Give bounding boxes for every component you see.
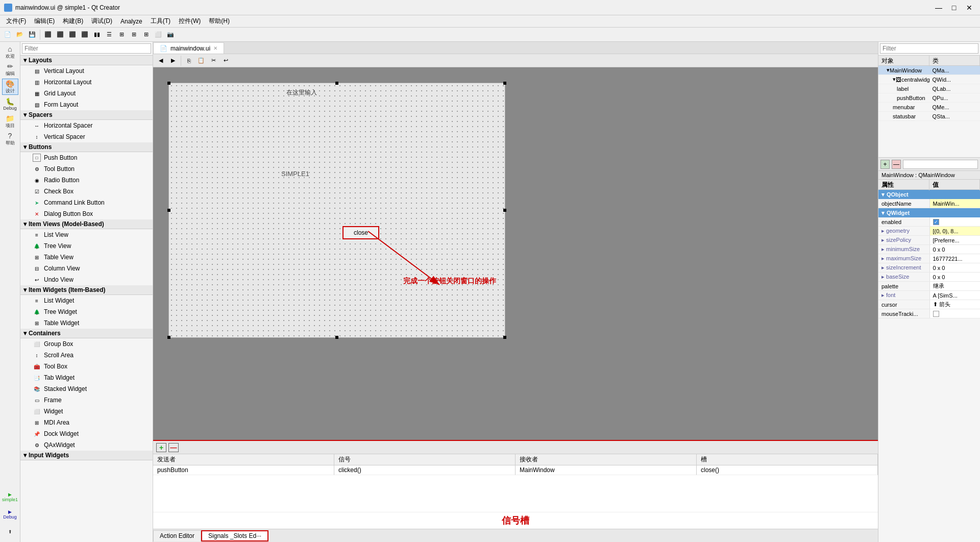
prop-value[interactable]: 继承	[929, 282, 981, 290]
minimize-button[interactable]: —	[932, 2, 945, 13]
widget-qax-widget[interactable]: ⚙ QAxWidget	[20, 439, 153, 451]
prop-value[interactable]: 0 x 0	[929, 245, 981, 254]
widget-vertical-spacer[interactable]: ↕ Vertical Spacer	[20, 131, 153, 142]
mode-welcome[interactable]: ⌂ 欢迎	[2, 44, 18, 60]
category-buttons[interactable]: ▾ Buttons	[20, 142, 153, 152]
toolbar-open[interactable]: 📂	[14, 29, 26, 40]
prop-sizeincrement[interactable]: ▸ sizeIncrement 0 x 0	[878, 263, 980, 273]
widget-tab-widget[interactable]: 📑 Tab Widget	[20, 372, 153, 383]
mode-help[interactable]: ? 帮助	[2, 131, 18, 147]
prop-value[interactable]: 0 x 0	[929, 263, 981, 272]
widget-mdi-area[interactable]: ⊞ MDI Area	[20, 417, 153, 428]
category-layouts[interactable]: ▾ Layouts	[20, 56, 153, 65]
menubar-item-w[interactable]: 控件(W)	[175, 16, 205, 27]
prop-value[interactable]: MainWin...	[929, 199, 981, 208]
signal-remove-button[interactable]: —	[168, 443, 179, 452]
widget-grid-layout[interactable]: ▦ Grid Layout	[20, 88, 153, 99]
widget-check-box[interactable]: ☑ Check Box	[20, 186, 153, 197]
mode-debug-run[interactable]: ▶ Debug	[2, 506, 18, 523]
canvas-nav-fwd[interactable]: ▶	[167, 55, 179, 66]
signal-table-row[interactable]: pushButton clicked() MainWindow close()	[153, 465, 878, 475]
widget-filter-input[interactable]	[22, 43, 151, 54]
signals-slots-tab[interactable]: Signals _Slots Ed···	[201, 530, 268, 541]
widget-list-view[interactable]: ≡ List View	[20, 229, 153, 240]
canvas-copy-btn[interactable]: ⎘	[183, 55, 194, 66]
prop-palette[interactable]: palette 继承	[878, 282, 980, 291]
category-containers[interactable]: ▾ Containers	[20, 329, 153, 338]
form-close-button[interactable]: close	[342, 226, 379, 239]
file-tab-mainwindow[interactable]: 📄 mainwindow.ui ✕	[153, 42, 224, 54]
obj-row-statusbar[interactable]: statusbar QSta...	[878, 112, 980, 121]
widget-undo-view[interactable]: ↩ Undo View	[20, 274, 153, 285]
titlebar-controls[interactable]: — □ ✕	[932, 2, 976, 13]
prop-objectname[interactable]: objectName MainWin...	[878, 199, 980, 208]
maximize-button[interactable]: □	[947, 2, 961, 13]
prop-sizepolicy[interactable]: ▸ sizePolicy [Preferre...	[878, 236, 980, 245]
mode-edit[interactable]: ✏ 编辑	[2, 61, 18, 78]
prop-value[interactable]: ⬆ 箭头	[929, 300, 981, 309]
widget-group-box[interactable]: ⬜ Group Box	[20, 338, 153, 350]
toolbar-btn-11[interactable]: 📷	[165, 29, 176, 40]
obj-row-mainwindow[interactable]: ▾ MainWindow QMa...	[878, 66, 980, 75]
widget-table-widget[interactable]: ⊞ Table Widget	[20, 317, 153, 329]
widget-command-link[interactable]: ➤ Command Link Button	[20, 197, 153, 208]
obj-row-centralwidget[interactable]: ▾ 🖼 centralwidget QWid...	[878, 75, 980, 84]
prop-value[interactable]	[929, 309, 981, 318]
widget-dock-widget[interactable]: 📌 Dock Widget	[20, 428, 153, 439]
obj-row-pushbutton[interactable]: pushButton QPu...	[878, 93, 980, 103]
menubar-item-d[interactable]: 调试(D)	[87, 16, 116, 27]
right-filter-input[interactable]	[880, 43, 978, 54]
close-window-button[interactable]: ✕	[963, 2, 976, 13]
mode-run[interactable]: ▶ simple1	[2, 489, 18, 505]
menubar-item-e[interactable]: 编辑(E)	[30, 16, 59, 27]
toolbar-new[interactable]: 📄	[2, 29, 13, 40]
prop-value[interactable]: 0 x 0	[929, 273, 981, 281]
widget-horizontal-layout[interactable]: ▥ Horizontal Layout	[20, 77, 153, 88]
widget-dialog-button-box[interactable]: ✕ Dialog Button Box	[20, 208, 153, 219]
prop-cursor[interactable]: cursor ⬆ 箭头	[878, 300, 980, 309]
widget-radio-button[interactable]: ◉ Radio Button	[20, 175, 153, 186]
canvas-nav-back[interactable]: ◀	[155, 55, 166, 66]
action-editor-tab[interactable]: Action Editor	[153, 530, 201, 541]
widget-widget[interactable]: ⬜ Widget	[20, 406, 153, 417]
widget-table-view[interactable]: ⊞ Table View	[20, 252, 153, 263]
menubar-item-t[interactable]: 工具(T)	[146, 16, 175, 27]
design-canvas[interactable]: 在这里输入 SIMPLE1 close	[168, 83, 505, 338]
widget-column-view[interactable]: ⊟ Column View	[20, 263, 153, 274]
prop-value[interactable]: [(0, 0), 8...	[929, 227, 981, 235]
props-add-btn[interactable]: +	[880, 160, 890, 169]
widget-list-widget[interactable]: ≡ List Widget	[20, 295, 153, 306]
widget-tree-view[interactable]: 🌲 Tree View	[20, 240, 153, 252]
signal-add-button[interactable]: +	[156, 443, 166, 452]
right-filter[interactable]	[878, 42, 980, 56]
widget-scroll-area[interactable]: ↕ Scroll Area	[20, 350, 153, 361]
widget-tool-button[interactable]: ⚙ Tool Button	[20, 163, 153, 175]
prop-maximumsize[interactable]: ▸ maximumSize 16777221...	[878, 254, 980, 263]
obj-row-menubar[interactable]: menubar QMe...	[878, 103, 980, 112]
widget-horizontal-spacer[interactable]: ↔ Horizontal Spacer	[20, 120, 153, 131]
toolbar-btn-1[interactable]: ⬛	[42, 29, 54, 40]
toolbar-btn-6[interactable]: ☰	[104, 29, 115, 40]
toolbar-btn-9[interactable]: ⊞	[140, 29, 152, 40]
prop-mousetracking[interactable]: mouseTracki...	[878, 309, 980, 318]
prop-font[interactable]: ▸ font A [SimS...	[878, 291, 980, 300]
mode-debug[interactable]: 🐛 Debug	[2, 96, 18, 112]
widget-tool-box[interactable]: 🧰 Tool Box	[20, 361, 153, 372]
obj-row-label[interactable]: label QLab...	[878, 84, 980, 93]
toolbar-btn-3[interactable]: ⬛	[67, 29, 78, 40]
canvas-container[interactable]: 在这里输入 SIMPLE1 close	[153, 67, 878, 440]
widget-vertical-layout[interactable]: ▤ Vertical Layout	[20, 65, 153, 77]
category-input-widgets[interactable]: ▾ Input Widgets	[20, 451, 153, 460]
menubar-item-h[interactable]: 帮助(H)	[205, 16, 234, 27]
prop-value[interactable]: ✓	[929, 217, 981, 226]
prop-value[interactable]: A [SimS...	[929, 291, 981, 300]
prop-minimumsize[interactable]: ▸ minimumSize 0 x 0	[878, 245, 980, 254]
toolbar-btn-10[interactable]: ⬜	[153, 29, 164, 40]
prop-basesize[interactable]: ▸ baseSize 0 x 0	[878, 273, 980, 282]
widget-frame[interactable]: ▭ Frame	[20, 395, 153, 406]
canvas-paste-btn[interactable]: 📋	[195, 55, 207, 66]
menubar-item-analyze[interactable]: Analyze	[116, 17, 146, 26]
canvas-undo-btn[interactable]: ↩	[220, 55, 231, 66]
category-item-widgets[interactable]: ▾ Item Widgets (Item-Based)	[20, 285, 153, 295]
toolbar-btn-8[interactable]: ⊞	[128, 29, 139, 40]
